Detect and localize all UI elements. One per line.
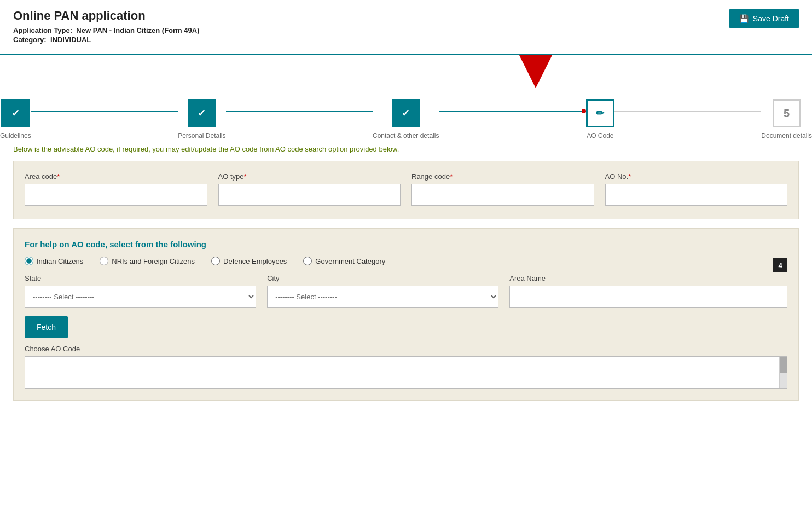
range-code-group: Range code* — [411, 172, 594, 206]
step-2-label: Personal Details — [178, 132, 225, 140]
step-3-circle: ✓ — [392, 99, 420, 127]
radio-govt-label: Government Category — [315, 257, 385, 265]
step-5-number: 5 — [784, 107, 790, 120]
range-code-label: Range code* — [411, 172, 594, 181]
ao-table-container — [25, 356, 787, 389]
choose-ao-label: Choose AO Code — [25, 345, 787, 353]
connector-3-4 — [439, 111, 585, 112]
application-type-label: Application Type: — [13, 26, 72, 34]
ao-type-required: * — [243, 172, 246, 181]
stepper: ✓ Guidelines ✓ Personal Details ✓ Contac… — [0, 99, 812, 140]
ao-type-group: AO type* — [218, 172, 401, 206]
step-badge-4: 4 — [773, 258, 787, 272]
connector-1-2 — [31, 111, 178, 112]
area-code-group: Area code* — [25, 172, 207, 206]
radio-defence-label: Defence Employees — [223, 257, 287, 265]
ao-code-form: Area code* AO type* Range code* AO No.* — [13, 161, 799, 219]
page-title: Online PAN application — [13, 9, 199, 23]
step-dot-indicator — [582, 109, 586, 113]
ao-no-required: * — [628, 172, 631, 181]
choose-ao-code-section: Choose AO Code — [25, 345, 787, 389]
city-group: City -------- Select -------- — [267, 274, 498, 308]
save-draft-label: Save Draft — [753, 14, 789, 23]
ao-no-group: AO No.* — [605, 172, 788, 206]
area-name-group: Area Name — [509, 274, 787, 308]
radio-indian-citizens-label: Indian Citizens — [37, 257, 83, 265]
category-info: Category: INDIVIDUAL — [13, 36, 199, 44]
step-1-checkmark: ✓ — [11, 107, 20, 119]
header-left: Online PAN application Application Type:… — [13, 9, 199, 45]
range-code-input[interactable] — [411, 184, 594, 206]
category-label: Category: — [13, 36, 47, 44]
step-4-circle: ✏ — [586, 99, 614, 127]
area-code-input[interactable] — [25, 184, 207, 206]
state-select[interactable]: -------- Select -------- — [25, 286, 256, 308]
ao-table-scrollbar-thumb[interactable] — [780, 357, 787, 373]
step-guidelines: ✓ Guidelines — [0, 99, 31, 140]
step-2-checkmark: ✓ — [198, 107, 206, 119]
radio-govt[interactable] — [303, 257, 312, 265]
ao-code-fields-row: Area code* AO type* Range code* AO No.* — [25, 172, 787, 206]
radio-defence[interactable] — [211, 257, 220, 265]
range-code-required: * — [450, 172, 453, 181]
step-4-pencil-icon: ✏ — [596, 107, 604, 119]
ao-help-section: For help on AO code, select from the fol… — [13, 228, 799, 401]
radio-option-nri[interactable]: NRIs and Foreign Citizens — [100, 257, 195, 265]
radio-option-defence[interactable]: Defence Employees — [211, 257, 287, 265]
step-4-label: AO Code — [587, 132, 613, 140]
step-document-details: 5 Document details — [761, 99, 812, 140]
step-3-checkmark: ✓ — [402, 107, 410, 119]
radio-nri-label: NRIs and Foreign Citizens — [112, 257, 195, 265]
state-group: State -------- Select -------- — [25, 274, 256, 308]
step-personal-details: ✓ Personal Details — [178, 99, 225, 140]
category-radio-group: Indian Citizens NRIs and Foreign Citizen… — [25, 257, 385, 265]
city-select[interactable]: -------- Select -------- — [267, 286, 498, 308]
application-type-info: Application Type: New PAN - Indian Citiz… — [13, 26, 199, 34]
area-code-label: Area code* — [25, 172, 207, 181]
advisory-text: Below is the advisable AO code, if requi… — [0, 140, 812, 161]
page-header: Online PAN application Application Type:… — [0, 0, 812, 55]
category-value: INDIVIDUAL — [50, 36, 91, 44]
ao-no-input[interactable] — [605, 184, 788, 206]
save-draft-button[interactable]: 💾 Save Draft — [729, 9, 799, 28]
fetch-button[interactable]: Fetch — [25, 316, 68, 338]
ao-type-label: AO type* — [218, 172, 401, 181]
step-1-circle: ✓ — [1, 99, 30, 127]
state-label: State — [25, 274, 256, 282]
connector-4-5 — [614, 111, 761, 112]
ao-type-input[interactable] — [218, 184, 401, 206]
fetch-label: Fetch — [37, 323, 56, 332]
save-icon: 💾 — [739, 14, 749, 23]
step-3-label: Contact & other details — [373, 132, 439, 140]
radio-indian-citizens[interactable] — [25, 257, 33, 265]
radio-option-indian[interactable]: Indian Citizens — [25, 257, 83, 265]
location-select-row: State -------- Select -------- City ----… — [25, 274, 787, 308]
step-ao-code: ✏ AO Code — [586, 99, 614, 140]
stepper-section: ✓ Guidelines ✓ Personal Details ✓ Contac… — [0, 55, 812, 140]
step-contact-details: ✓ Contact & other details — [373, 99, 439, 140]
radio-option-govt[interactable]: Government Category — [303, 257, 385, 265]
step-1-label: Guidelines — [0, 132, 31, 140]
step-5-circle: 5 — [773, 99, 801, 127]
area-code-required: * — [57, 172, 60, 181]
city-label: City — [267, 274, 498, 282]
radio-nri[interactable] — [100, 257, 108, 265]
connector-2-3 — [226, 111, 373, 112]
ao-help-title: For help on AO code, select from the fol… — [25, 240, 787, 249]
category-radio-row: Indian Citizens NRIs and Foreign Citizen… — [25, 257, 787, 274]
red-arrow-icon — [519, 55, 552, 88]
area-name-label: Area Name — [509, 274, 787, 282]
ao-no-label: AO No.* — [605, 172, 788, 181]
step-2-circle: ✓ — [188, 99, 216, 127]
application-type-value: New PAN - Indian Citizen (Form 49A) — [76, 26, 199, 34]
ao-table-scrollbar[interactable] — [779, 357, 787, 388]
step-5-label: Document details — [761, 132, 812, 140]
area-name-input[interactable] — [509, 286, 787, 308]
